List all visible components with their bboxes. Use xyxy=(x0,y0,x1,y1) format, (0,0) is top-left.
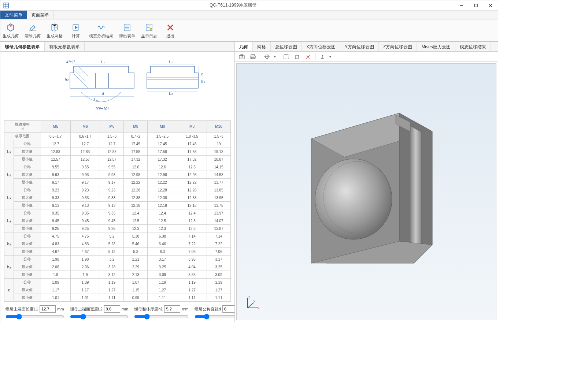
left-tab-0[interactable]: 螺母几何参数表单 xyxy=(0,42,45,51)
zoom-fit-icon[interactable] xyxy=(293,53,301,61)
svg-text:4°±1°: 4°±1° xyxy=(66,60,75,64)
right-panel: 几何网格总位移云图X方向位移云图Y方向位移云图Z方向位移云图Mises应力云图模… xyxy=(235,42,498,322)
3d-viewport[interactable]: z x y xyxy=(236,63,496,320)
ribbon-gen-geom[interactable]: 生成几何 xyxy=(3,22,19,39)
param-h1-input[interactable] xyxy=(164,305,180,313)
svg-text:L₃: L₃ xyxy=(169,92,173,96)
svg-text:L₂: L₂ xyxy=(169,60,173,64)
gen-geom-icon xyxy=(5,22,16,33)
param-L1: 螺母上端面长度L1mm xyxy=(5,305,64,319)
svg-text:90°±10°: 90°±10° xyxy=(96,107,109,111)
param-L1-input[interactable] xyxy=(40,305,56,313)
calc-icon xyxy=(71,22,81,33)
modal-icon xyxy=(96,22,106,33)
schematic-diagram: 4°±1° L₁ h₂ d L₄ 90°±10° L₂ xyxy=(4,55,231,118)
ribbon-log[interactable]: 显示日志 xyxy=(141,22,157,39)
param-d-input[interactable] xyxy=(222,305,234,313)
svg-text:d: d xyxy=(102,92,104,96)
select-box-icon[interactable] xyxy=(282,53,290,61)
svg-rect-0 xyxy=(4,3,9,8)
param-L2-slider[interactable] xyxy=(70,314,129,319)
right-tabs: 几何网格总位移云图X方向位移云图Y方向位移云图Z方向位移云图Mises应力云图模… xyxy=(235,42,498,52)
param-h1: 螺母整体厚度h1mm xyxy=(134,305,189,319)
titlebar: QC-T611-1999冲压螺母 xyxy=(0,0,498,11)
param-L1-slider[interactable] xyxy=(5,314,64,319)
param-h1-slider[interactable] xyxy=(134,314,189,319)
svg-rect-40 xyxy=(284,55,288,59)
right-tab-3[interactable]: X方向位移云图 xyxy=(302,42,340,51)
svg-text:z: z xyxy=(248,295,250,299)
svg-point-32 xyxy=(241,56,243,58)
left-panel: 螺母几何参数表单有限元参数表单 4°±1° L₁ xyxy=(0,42,235,322)
popform-icon xyxy=(122,22,132,33)
svg-rect-34 xyxy=(251,55,255,56)
ribbon-gen-mesh[interactable]: 生成网格 xyxy=(47,22,63,39)
param-L2: 螺母上端面宽度L2mm xyxy=(70,305,129,319)
menubar: 文件菜单 页面菜单 xyxy=(0,11,498,19)
svg-text:h₁: h₁ xyxy=(201,79,205,83)
close-button[interactable] xyxy=(483,0,498,11)
svg-rect-35 xyxy=(250,56,255,58)
ribbon-exit[interactable]: 退出 xyxy=(163,22,178,39)
ribbon-clear-geom[interactable]: 清除几何 xyxy=(25,22,41,39)
svg-point-13 xyxy=(150,28,152,30)
gen-mesh-icon xyxy=(49,22,60,33)
exit-icon xyxy=(165,22,175,33)
log-icon xyxy=(144,22,154,33)
right-tab-1[interactable]: 网格 xyxy=(253,42,271,51)
svg-rect-2 xyxy=(474,4,477,7)
ribbon-popform[interactable]: 弹出表单 xyxy=(119,22,135,39)
ribbon-modal[interactable]: 模态分析结果 xyxy=(89,22,113,39)
svg-text:h₂: h₂ xyxy=(65,78,69,82)
svg-text:L₁: L₁ xyxy=(101,60,105,64)
svg-point-3 xyxy=(10,25,12,27)
right-tab-4[interactable]: Y方向位移云图 xyxy=(340,42,379,51)
left-tabs: 螺母几何参数表单有限元参数表单 xyxy=(0,42,234,52)
svg-rect-41 xyxy=(296,55,299,58)
app-window: QC-T611-1999冲压螺母 文件菜单 页面菜单 生成几何清除几何生成网格计… xyxy=(0,0,498,322)
clear-geom-icon xyxy=(27,22,38,33)
left-tab-1[interactable]: 有限元参数表单 xyxy=(45,42,85,51)
print-icon[interactable] xyxy=(249,53,257,61)
screenshot-icon[interactable] xyxy=(238,53,246,61)
svg-marker-47 xyxy=(410,126,421,252)
right-tab-2[interactable]: 总位移云图 xyxy=(271,42,302,51)
svg-line-56 xyxy=(248,303,254,308)
app-logo-icon xyxy=(2,1,11,10)
ribbon-calc[interactable]: 计算 xyxy=(69,22,83,39)
window-title: QC-T611-1999冲压螺母 xyxy=(12,2,454,8)
svg-point-49 xyxy=(315,159,392,239)
svg-text:y: y xyxy=(254,299,255,303)
spec-table: 螺纹规格dM5M6M6M8M8M8M10板厚范围0.6~1.70.6~1.71.… xyxy=(4,120,231,302)
viewport-toolbar: ▾ ▾ xyxy=(235,52,498,62)
cad-model xyxy=(237,64,496,320)
axis-orient-icon[interactable] xyxy=(318,53,326,61)
parameter-grid: 螺母上端面长度L1mm螺母上端面宽度L2mm螺母整体厚度h1mm螺母公称直径dm… xyxy=(4,302,231,322)
menu-page[interactable]: 页面菜单 xyxy=(27,11,54,19)
svg-marker-5 xyxy=(75,26,78,29)
param-L2-input[interactable] xyxy=(104,305,120,313)
crosshair-icon[interactable] xyxy=(304,53,312,61)
right-tab-6[interactable]: Mises应力云图 xyxy=(417,42,455,51)
minimize-button[interactable] xyxy=(454,0,469,11)
target-icon[interactable] xyxy=(263,53,271,61)
param-d: 螺母公称直径dmm xyxy=(195,305,234,319)
right-tab-5[interactable]: Z方向位移云图 xyxy=(379,42,417,51)
maximize-button[interactable] xyxy=(469,0,483,11)
axes-triad-icon: z x y xyxy=(244,295,261,313)
svg-text:x: x xyxy=(258,306,260,310)
svg-text:c: c xyxy=(201,72,203,76)
right-tab-0[interactable]: 几何 xyxy=(235,42,253,51)
right-tab-7[interactable]: 模态位移结果 xyxy=(455,42,491,51)
param-d-slider[interactable] xyxy=(195,314,234,319)
menu-file[interactable]: 文件菜单 xyxy=(0,11,27,19)
ribbon: 生成几何清除几何生成网格计算模态分析结果弹出表单显示日志退出 xyxy=(0,19,498,42)
